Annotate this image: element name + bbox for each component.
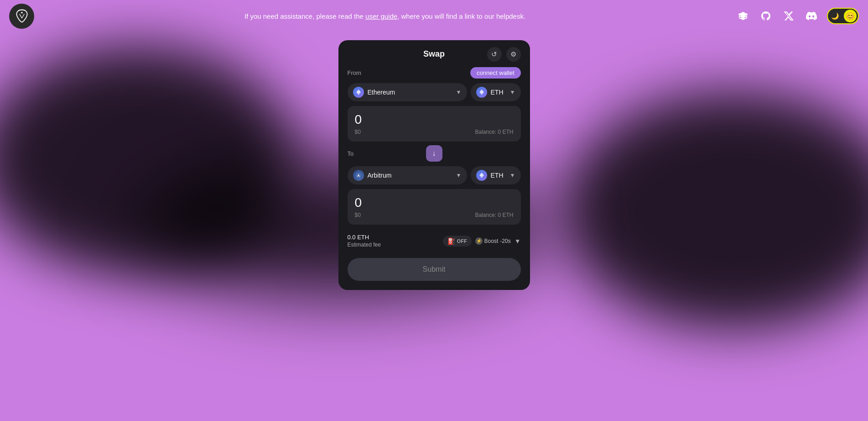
swap-direction-button[interactable]: ↓ [426, 145, 442, 162]
from-token-chevron: ▼ [510, 89, 515, 95]
bg-blob-1 [0, 46, 296, 274]
swap-header: Swap ↺ ⚙ [348, 49, 521, 59]
from-network-label: Ethereum [368, 89, 395, 96]
fee-amount: 0.0 ETH [348, 234, 381, 241]
history-button[interactable]: ↺ [487, 47, 502, 62]
swap-card: Swap ↺ ⚙ From connect wallet Ethereum ▼ [338, 40, 530, 290]
to-section-label: To [348, 150, 354, 157]
gas-status: OFF [457, 238, 467, 244]
to-network-chevron: ▼ [456, 172, 462, 179]
top-bar: If you need assistance, please read the … [0, 0, 868, 32]
to-balance: Balance: 0 ETH [475, 212, 513, 218]
github-icon[interactable] [759, 9, 773, 23]
boost-time: -20s [500, 238, 510, 244]
theme-toggle[interactable]: 🌙 😊 [827, 8, 859, 24]
to-token-label: ETH [491, 172, 504, 179]
from-token-icon [476, 87, 487, 98]
to-token-select[interactable]: ETH ▼ [471, 166, 521, 184]
toggle-knob: 😊 [844, 10, 857, 22]
to-amount-footer: $0 Balance: 0 ETH [355, 212, 514, 218]
svg-point-0 [21, 12, 23, 14]
from-amount-section[interactable]: 0 $0 Balance: 0 ETH [348, 106, 521, 142]
connect-wallet-button[interactable]: connect wallet [470, 67, 520, 79]
fee-info: 0.0 ETH Estimated fee [348, 234, 381, 248]
from-amount: 0 [355, 112, 514, 127]
from-token-row: Ethereum ▼ ETH ▼ [348, 83, 521, 101]
to-token-icon [476, 170, 487, 181]
swap-arrow-row: To ↓ [348, 145, 521, 162]
boost-icon: ⚡ [475, 237, 483, 245]
from-usd-value: $0 [355, 129, 361, 135]
from-network-select[interactable]: Ethereum ▼ [348, 83, 467, 101]
to-amount-section[interactable]: 0 $0 Balance: 0 ETH [348, 189, 521, 225]
from-label: From connect wallet [348, 67, 521, 79]
to-network-select[interactable]: Arbitrum ▼ [348, 166, 467, 184]
top-bar-right: 🌙 😊 [736, 8, 859, 24]
swap-title: Swap [423, 49, 445, 59]
from-balance: Balance: 0 ETH [475, 129, 513, 135]
settings-button[interactable]: ⚙ [506, 47, 521, 62]
gas-off-badge[interactable]: ⛽ OFF [443, 236, 472, 247]
ethereum-icon [353, 87, 364, 98]
twitter-icon[interactable] [781, 9, 796, 23]
to-amount: 0 [355, 195, 514, 210]
gas-icon: ⛽ [447, 237, 455, 245]
to-token-chevron: ▼ [510, 172, 515, 179]
from-amount-footer: $0 Balance: 0 ETH [355, 129, 514, 135]
fee-row: 0.0 ETH Estimated fee ⛽ OFF ⚡ Boost -20s… [348, 228, 521, 251]
logo [9, 4, 34, 29]
fee-expand-button[interactable]: ▼ [515, 237, 521, 245]
to-token-row: Arbitrum ▼ ETH ▼ [348, 166, 521, 184]
bg-blob-2 [562, 91, 868, 329]
discord-icon[interactable] [804, 9, 819, 23]
swap-header-icons: ↺ ⚙ [487, 47, 521, 62]
notice-text: If you need assistance, please read the … [34, 12, 736, 20]
boost-badge[interactable]: ⚡ Boost -20s [475, 237, 511, 245]
boost-label: Boost [484, 238, 499, 244]
docs-icon[interactable] [736, 9, 750, 23]
from-token-label: ETH [491, 89, 504, 96]
arbitrum-icon [353, 170, 364, 181]
to-network-label: Arbitrum [368, 172, 392, 179]
from-token-select[interactable]: ETH ▼ [471, 83, 521, 101]
to-usd-value: $0 [355, 212, 361, 218]
fee-right: ⛽ OFF ⚡ Boost -20s ▼ [443, 236, 521, 247]
user-guide-link[interactable]: user guide [365, 12, 397, 20]
fee-label: Estimated fee [348, 242, 381, 248]
moon-icon: 🌙 [831, 12, 839, 20]
submit-button[interactable]: Submit [348, 258, 521, 281]
from-network-chevron: ▼ [456, 89, 462, 95]
